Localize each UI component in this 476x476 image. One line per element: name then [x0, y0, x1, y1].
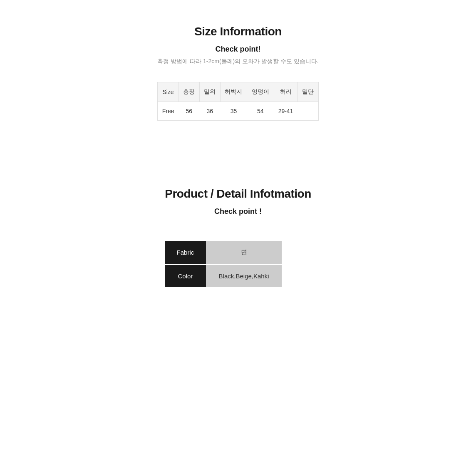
detail-check-point-title: Check point ! — [165, 207, 311, 216]
color-value: Black,Beige,Kahki — [206, 265, 282, 288]
cell-hip: 54 — [247, 102, 274, 121]
size-section-title: Size Information — [157, 25, 318, 38]
col-header-total: 총장 — [178, 82, 199, 102]
fabric-label: Fabric — [165, 241, 206, 265]
size-section: Size Information Check point! 측정 방법에 따라 … — [157, 25, 318, 137]
color-label: Color — [165, 265, 206, 288]
page-wrapper: Size Information Check point! 측정 방법에 따라 … — [30, 0, 446, 312]
detail-row-fabric: Fabric 면 — [165, 241, 282, 265]
cell-hem — [298, 102, 318, 121]
size-check-point-title: Check point! — [157, 45, 318, 54]
col-header-rise: 밑위 — [199, 82, 220, 102]
col-header-hip: 엉덩이 — [247, 82, 274, 102]
detail-section: Product / Detail Infotmation Check point… — [165, 187, 311, 287]
cell-total: 56 — [178, 102, 199, 121]
size-check-point-subtitle: 측정 방법에 따라 1-2cm(둘레)의 오차가 발생할 수도 있습니다. — [157, 58, 318, 65]
detail-section-title: Product / Detail Infotmation — [165, 187, 311, 201]
size-table-header-row: Size 총장 밑위 허벅지 엉덩이 허리 밑단 — [158, 82, 318, 102]
cell-size: Free — [158, 102, 178, 121]
size-table: Size 총장 밑위 허벅지 엉덩이 허리 밑단 Free 56 36 35 — [157, 82, 318, 121]
size-table-wrapper: Size 총장 밑위 허벅지 엉덩이 허리 밑단 Free 56 36 35 — [157, 82, 318, 121]
cell-rise: 36 — [199, 102, 220, 121]
col-header-thigh: 허벅지 — [220, 82, 247, 102]
col-header-hem: 밑단 — [298, 82, 318, 102]
detail-table: Fabric 면 Color Black,Beige,Kahki — [165, 241, 282, 287]
cell-thigh: 35 — [220, 102, 247, 121]
col-header-waist: 허리 — [274, 82, 298, 102]
detail-row-color: Color Black,Beige,Kahki — [165, 265, 282, 288]
col-header-size: Size — [158, 82, 178, 102]
fabric-value: 면 — [206, 241, 282, 265]
table-row: Free 56 36 35 54 29-41 — [158, 102, 318, 121]
cell-waist: 29-41 — [274, 102, 298, 121]
detail-table-wrapper: Fabric 면 Color Black,Beige,Kahki — [165, 241, 282, 287]
